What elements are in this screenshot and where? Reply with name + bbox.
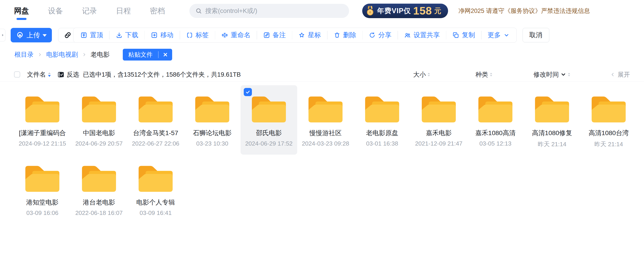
folder-icon	[193, 93, 232, 125]
folder-tile[interactable]: 港台老电影 2022-06-18 16:07	[71, 155, 127, 224]
folder-icon	[80, 93, 118, 125]
folder-tile[interactable]: 邵氏电影 2024-06-29 17:52	[240, 85, 297, 155]
folder-date: 03-09 16:06	[26, 209, 58, 216]
folder-date: 2024-09-12 21:15	[18, 140, 66, 147]
folder-icon	[306, 93, 345, 125]
folder-tile[interactable]: 嘉禾1080高清 03-05 12:13	[467, 85, 524, 155]
toolbar-action-note[interactable]: 备注	[257, 28, 292, 42]
folder-icon	[363, 93, 402, 125]
toolbar-action-share[interactable]: 分享	[363, 28, 398, 42]
folder-name: 嘉禾1080高清	[475, 129, 515, 137]
folder-name: 老电影原盘	[366, 129, 398, 137]
invert-selection-button[interactable]: 反选	[58, 70, 79, 79]
vip-price: 158	[413, 6, 432, 16]
top-bar: 网盘 设备 记录 日程 密档	[0, 0, 644, 22]
select-all-checkbox[interactable]	[14, 71, 20, 78]
chevron-left-icon	[610, 72, 616, 77]
folder-icon	[532, 93, 572, 125]
folder-tile[interactable]: 中国老电影 2024-06-29 20:57	[71, 85, 127, 155]
folder-tile[interactable]: 高清1080台湾 昨天 21:14	[580, 85, 637, 155]
toolbar: 上传 置顶 下载 移动	[0, 28, 644, 43]
folder-tile[interactable]: 高清1080修复 昨天 21:14	[524, 85, 580, 155]
folder-name: 中国老电影	[83, 129, 115, 137]
folder-date: 昨天 21:14	[538, 140, 566, 148]
folder-date: 03-09 16:41	[140, 209, 172, 216]
folder-name: [潇湘子重编码合	[19, 129, 66, 137]
folder-tile[interactable]: 老电影原盘 03-01 16:38	[354, 85, 410, 155]
close-icon[interactable]	[158, 52, 172, 57]
toolbar-action-tag[interactable]: 标签	[180, 28, 215, 42]
toolbar-action-download[interactable]: 下载	[110, 28, 144, 42]
vip-banner[interactable]: 年费VIP仅 158 元	[362, 4, 448, 18]
sort-by-type[interactable]: 种类	[453, 70, 514, 79]
breadcrumb-root[interactable]: 根目录	[14, 50, 34, 59]
toolbar-action-star[interactable]: 星标	[292, 28, 327, 42]
toolbar-action-delete[interactable]: 删除	[328, 28, 362, 42]
nav-item-label: 网盘	[14, 7, 29, 15]
nav-item[interactable]: 设备	[48, 6, 63, 16]
folder-grid: [潇湘子重编码合 2024-09-12 21:15 中国老电影 2024-06-…	[0, 82, 637, 224]
folder-tile[interactable]: 电影个人专辑 03-09 16:41	[127, 155, 184, 224]
sort-by-mtime[interactable]: 修改时间	[514, 70, 589, 79]
toolbar-action-copy[interactable]: 复制	[446, 28, 481, 42]
folder-icon	[136, 93, 175, 125]
search-input[interactable]	[205, 7, 332, 15]
folder-icon	[80, 163, 118, 194]
copy-icon	[452, 32, 459, 39]
folder-date: 2022-06-27 22:06	[132, 140, 179, 147]
folder-date: 2024-06-29 20:57	[75, 140, 122, 147]
header-columns: 大小 种类 修改时间 展开	[390, 70, 630, 79]
folder-name: 台湾金马奖1-57	[133, 129, 178, 137]
expand-panel-button[interactable]: 展开	[589, 71, 630, 79]
check-icon	[245, 89, 250, 95]
nav-item-label: 日程	[116, 7, 131, 15]
caret-down-icon	[42, 34, 47, 37]
nav-item[interactable]: 日程	[116, 6, 131, 16]
share-icon	[369, 32, 376, 39]
cancel-button[interactable]: 取消	[522, 28, 549, 42]
upload-label: 上传	[26, 31, 40, 40]
nav-item-label: 密档	[150, 7, 165, 15]
folder-tile[interactable]: 慢慢游社区 2024-03-23 09:28	[297, 85, 354, 155]
nav-item[interactable]: 记录	[82, 6, 97, 16]
selected-checkbox[interactable]	[244, 88, 252, 96]
vip-price-unit: 元	[434, 6, 441, 16]
chevron-right-icon	[0, 33, 5, 37]
nav-item[interactable]: 网盘	[14, 6, 29, 16]
breadcrumb-movies[interactable]: 电影电视剧	[46, 50, 78, 59]
invert-selection-icon	[58, 71, 64, 78]
sort-by-name[interactable]: 文件名	[27, 70, 51, 79]
folder-name: 嘉禾电影	[426, 129, 452, 137]
toolbar-action-share-settings[interactable]: 设置共享	[398, 28, 446, 42]
toolbar-action-pin[interactable]: 置顶	[74, 28, 109, 42]
folder-name: 高清1080修复	[532, 129, 572, 137]
search-box[interactable]	[189, 4, 349, 18]
folder-tile[interactable]: 港知堂电影 03-09 16:06	[14, 155, 71, 224]
nav-item-label: 设备	[48, 7, 63, 15]
trash-icon	[334, 32, 340, 39]
breadcrumb: 根目录 电影电视剧 老电影 粘贴文件	[0, 49, 644, 61]
toolbar-action-rename[interactable]: 重命名	[215, 28, 257, 42]
folder-icon	[136, 163, 175, 194]
folder-tile[interactable]: [潇湘子重编码合 2024-09-12 21:15	[14, 85, 71, 155]
toolbar-action-more[interactable]: 更多	[482, 28, 516, 42]
sidebar-expand-button[interactable]	[0, 29, 6, 42]
search-icon	[195, 8, 202, 14]
upload-button[interactable]: 上传	[11, 28, 52, 42]
nav-item-label: 记录	[82, 7, 97, 15]
chevron-down-icon	[561, 72, 566, 77]
folder-date: 03-01 16:38	[366, 140, 398, 147]
paste-files-button[interactable]: 粘贴文件	[123, 49, 172, 61]
nav-item[interactable]: 密档	[150, 6, 165, 16]
folder-tile[interactable]: 嘉禾电影 2021-12-09 21:47	[410, 85, 467, 155]
folder-date: 2022-06-18 16:07	[75, 209, 122, 216]
folder-tile[interactable]: 石狮论坛电影 03-23 10:30	[184, 85, 240, 155]
sort-arrows-icon	[490, 73, 492, 76]
toolbar-action-move[interactable]: 移动	[145, 28, 180, 42]
folder-name: 港台老电影	[83, 198, 115, 207]
sort-arrows-icon	[48, 72, 51, 77]
folder-name: 邵氏电影	[256, 129, 282, 137]
folder-tile[interactable]: 台湾金马奖1-57 2022-06-27 22:06	[127, 85, 184, 155]
folder-icon	[250, 93, 288, 125]
sort-by-size[interactable]: 大小	[390, 70, 453, 79]
